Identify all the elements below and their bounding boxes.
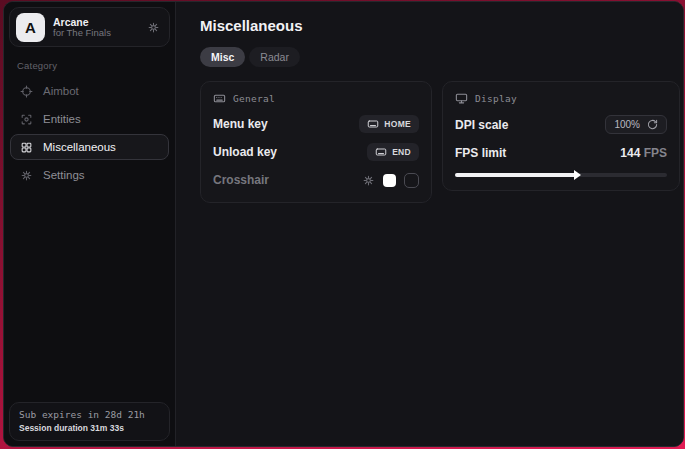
app-title: Arcane xyxy=(53,16,139,28)
category-label: Category xyxy=(17,60,170,71)
sidebar-item-entities[interactable]: Entities xyxy=(10,106,169,132)
brand-box: A Arcane for The Finals xyxy=(9,7,170,47)
fps-unit: FPS xyxy=(644,146,667,160)
keyboard-icon xyxy=(375,146,387,158)
entities-scan-icon xyxy=(20,113,33,126)
crosshair-checkbox[interactable] xyxy=(404,173,419,188)
keybind-value: END xyxy=(392,147,411,157)
fps-slider-fill xyxy=(455,173,576,177)
menu-key-row: Menu key HOME xyxy=(213,115,419,133)
card-title: Display xyxy=(475,93,517,104)
sub-expires-text: Sub expires in 28d 21h xyxy=(19,409,160,420)
sidebar-item-miscellaneous[interactable]: Miscellaneous xyxy=(10,134,169,160)
sidebar-item-label: Miscellaneous xyxy=(43,141,116,153)
keyboard-icon xyxy=(213,92,226,105)
sidebar-item-settings[interactable]: Settings xyxy=(10,162,169,188)
display-card: Display DPI scale 100% FPS limit xyxy=(442,81,680,191)
gear-icon[interactable] xyxy=(362,174,375,187)
app-window: A Arcane for The Finals Category Aimbot xyxy=(3,1,684,447)
dpi-scale-value: 100% xyxy=(614,119,640,130)
tab-radar[interactable]: Radar xyxy=(249,47,300,67)
app-subtitle: for The Finals xyxy=(53,28,139,39)
fps-slider[interactable] xyxy=(455,173,667,177)
dpi-scale-row: DPI scale 100% xyxy=(455,115,667,134)
tab-bar: Misc Radar xyxy=(200,47,680,67)
app-logo: A xyxy=(16,13,45,42)
sidebar-item-label: Aimbot xyxy=(43,85,79,97)
sidebar-item-label: Entities xyxy=(43,113,81,125)
refresh-icon[interactable] xyxy=(647,119,658,130)
fps-limit-label: FPS limit xyxy=(455,146,506,160)
menu-key-label: Menu key xyxy=(213,117,268,131)
dpi-scale-label: DPI scale xyxy=(455,118,508,132)
crosshair-label: Crosshair xyxy=(213,173,269,187)
unload-key-bind-button[interactable]: END xyxy=(367,143,419,161)
dpi-scale-control[interactable]: 100% xyxy=(605,115,667,134)
monitor-icon xyxy=(455,92,468,105)
main-panel: Miscellaneous Misc Radar General Menu ke… xyxy=(176,2,684,446)
keyboard-icon xyxy=(367,118,379,130)
fps-limit-row: FPS limit 144 FPS xyxy=(455,144,667,162)
crosshair-icon xyxy=(20,85,33,98)
gear-icon[interactable] xyxy=(147,21,160,34)
sidebar-item-label: Settings xyxy=(43,169,85,181)
keybind-value: HOME xyxy=(384,119,411,129)
crosshair-color-swatch[interactable] xyxy=(383,174,396,187)
page-title: Miscellaneous xyxy=(200,17,680,34)
gear-icon xyxy=(20,169,33,182)
sidebar: A Arcane for The Finals Category Aimbot xyxy=(4,2,176,446)
crosshair-row: Crosshair xyxy=(213,171,419,189)
session-duration-text: Session duration 31m 33s xyxy=(19,423,160,433)
fps-slider-thumb[interactable] xyxy=(574,170,581,180)
grid-icon xyxy=(20,141,33,154)
menu-key-bind-button[interactable]: HOME xyxy=(359,115,419,133)
subscription-status-box: Sub expires in 28d 21h Session duration … xyxy=(9,402,170,441)
sidebar-item-aimbot[interactable]: Aimbot xyxy=(10,78,169,104)
general-card: General Menu key HOME Unload key xyxy=(200,81,432,203)
tab-misc[interactable]: Misc xyxy=(200,47,245,67)
unload-key-label: Unload key xyxy=(213,145,277,159)
unload-key-row: Unload key END xyxy=(213,143,419,161)
fps-value: 144 xyxy=(620,146,640,160)
card-title: General xyxy=(233,93,275,104)
